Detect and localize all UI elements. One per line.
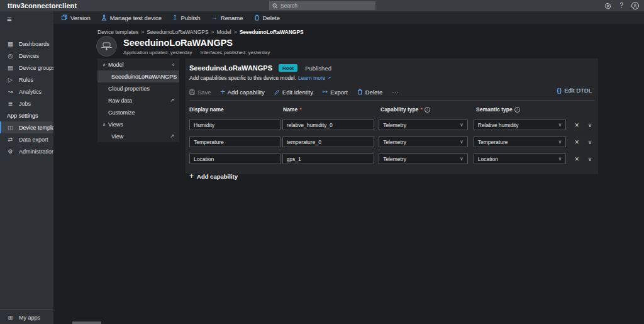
sidebar-item-dashboards[interactable]: ▦ Dashboards xyxy=(0,38,53,50)
search-input[interactable] xyxy=(280,3,362,9)
semantic-type-value: Location xyxy=(478,156,498,162)
delete-device-button[interactable]: Delete xyxy=(254,14,280,21)
add-capability-toolbar-label: Add capability xyxy=(228,89,265,96)
chevron-down-icon: ∨ xyxy=(558,122,562,128)
name-input[interactable] xyxy=(282,120,375,130)
breadcrumb-device-templates[interactable]: Device templates xyxy=(97,29,138,35)
header-capability-type: Capability type * i xyxy=(380,106,470,113)
nav-item-cloud-properties-label: Cloud properties xyxy=(108,86,150,92)
display-name-input[interactable] xyxy=(189,137,280,147)
expand-row-icon[interactable]: ∨ xyxy=(586,122,594,128)
sidebar-item-devices[interactable]: ◎ Devices xyxy=(0,50,53,62)
collapse-panel-icon[interactable]: ‹ xyxy=(172,61,174,68)
sidebar-item-my-apps[interactable]: ⊞ My apps xyxy=(0,311,53,324)
breadcrumb-template[interactable]: SeeeduinoLoRaWANGPS xyxy=(147,29,208,35)
open-external-icon[interactable]: ↗ xyxy=(170,133,174,139)
panel-title-row: SeeeduinoLoRaWANGPS Root Published xyxy=(189,64,594,72)
sidebar-label-devices: Devices xyxy=(19,53,39,59)
required-marker: * xyxy=(420,106,422,113)
account-icon[interactable] xyxy=(631,2,639,9)
required-marker: * xyxy=(299,106,301,113)
nav-item-raw-data[interactable]: Raw data ↗ xyxy=(97,94,179,106)
remove-row-icon[interactable]: × xyxy=(572,138,581,146)
rename-label: Rename xyxy=(221,14,243,21)
add-capability-bottom-button[interactable]: + Add capability xyxy=(189,172,594,180)
dashboards-icon: ▦ xyxy=(7,40,14,47)
sidebar-item-data-export[interactable]: ⇄ Data export xyxy=(0,133,53,145)
capability-table-header: Display name Name * Capability type * i … xyxy=(189,106,594,113)
learn-more-link[interactable]: Learn more xyxy=(298,75,325,81)
horizontal-scrollbar-thumb[interactable] xyxy=(72,321,101,324)
settings-gear-icon[interactable] xyxy=(604,3,611,9)
publish-label: Publish xyxy=(180,14,200,21)
capability-type-select[interactable]: Telemetry ∨ xyxy=(379,137,468,147)
sidebar-label-data-export: Data export xyxy=(19,137,48,143)
display-name-input[interactable] xyxy=(189,154,280,164)
edit-identity-button[interactable]: Edit identity xyxy=(274,89,313,96)
name-input[interactable] xyxy=(282,154,375,164)
beaker-icon xyxy=(101,14,107,21)
capability-type-value: Telemetry xyxy=(383,139,406,145)
sidebar-item-rules[interactable]: ▷ Rules xyxy=(0,74,53,86)
semantic-type-select[interactable]: Temperature ∨ xyxy=(474,137,567,147)
info-icon[interactable]: i xyxy=(425,107,430,113)
devices-icon: ◎ xyxy=(7,52,14,59)
nav-item-cloud-properties[interactable]: Cloud properties xyxy=(97,82,179,94)
expand-row-icon[interactable]: ∨ xyxy=(586,139,594,145)
capability-type-select[interactable]: Telemetry ∨ xyxy=(379,120,468,130)
hamburger-menu-icon[interactable]: ≡ xyxy=(0,11,53,26)
breadcrumb-model[interactable]: Model xyxy=(217,29,231,35)
breadcrumb-current: SeeeduinoLoRaWANGPS xyxy=(240,29,304,35)
remove-row-icon[interactable]: × xyxy=(572,121,581,129)
info-icon[interactable]: i xyxy=(514,107,520,113)
nav-item-view[interactable]: View ↗ xyxy=(97,130,179,142)
manage-test-device-button[interactable]: Manage test device xyxy=(101,14,162,21)
delete-capability-button[interactable]: Delete xyxy=(357,89,382,96)
manage-test-device-label: Manage test device xyxy=(110,14,162,21)
meta-application-updated: Application updated: yesterday xyxy=(123,50,192,55)
device-templates-icon: ◫ xyxy=(7,124,14,131)
version-button[interactable]: Version xyxy=(61,14,91,21)
display-name-input[interactable] xyxy=(189,120,280,130)
global-search[interactable] xyxy=(269,1,375,10)
remove-row-icon[interactable]: × xyxy=(572,155,581,163)
publish-button[interactable]: ↥ Publish xyxy=(172,14,201,21)
sidebar-section-app-settings: App settings xyxy=(0,109,53,121)
sidebar-item-jobs[interactable]: ≣ Jobs xyxy=(0,98,53,109)
braces-icon: { } xyxy=(557,87,561,94)
delete-device-label: Delete xyxy=(263,14,280,21)
help-icon[interactable]: ? xyxy=(619,3,623,9)
header-name: Name * xyxy=(283,106,376,113)
nav-group-model[interactable]: ∧ Model ‹ xyxy=(97,59,179,70)
nav-item-customize[interactable]: Customize xyxy=(97,106,179,118)
save-button[interactable]: Save xyxy=(189,89,211,96)
semantic-type-select[interactable]: Location ∨ xyxy=(474,154,567,164)
semantic-type-select[interactable]: Relative humidity ∨ xyxy=(474,120,567,130)
edit-dtdl-label: Edit DTDL xyxy=(564,87,592,94)
device-icon xyxy=(101,42,112,51)
trash-icon xyxy=(357,89,363,95)
open-external-icon[interactable]: ↗ xyxy=(170,98,174,103)
name-input[interactable] xyxy=(282,137,375,147)
panel-toolbar: Save + Add capability Edit identity ↦ Ex… xyxy=(189,87,594,97)
capability-type-value: Telemetry xyxy=(383,156,406,162)
nav-group-views[interactable]: ∧ Views xyxy=(97,118,179,130)
export-button[interactable]: ↦ Export xyxy=(323,89,348,96)
rename-button[interactable]: → Rename xyxy=(211,14,243,21)
nav-item-model-root[interactable]: SeeeduinoLoRaWANGPS xyxy=(97,70,179,82)
sidebar-item-analytics[interactable]: ↝ Analytics xyxy=(0,86,53,98)
version-label: Version xyxy=(70,14,91,21)
chevron-up-icon: ∧ xyxy=(103,62,108,67)
edit-dtdl-button[interactable]: { } Edit DTDL xyxy=(557,87,592,94)
breadcrumb-separator: > xyxy=(211,29,214,35)
sidebar-item-device-templates[interactable]: ◫ Device templates xyxy=(0,121,53,133)
add-capability-button[interactable]: + Add capability xyxy=(221,88,265,96)
sidebar-item-administration[interactable]: ⚙ Administration xyxy=(0,145,53,157)
sidebar-item-device-groups[interactable]: ▤ Device groups xyxy=(0,62,53,74)
rename-icon: → xyxy=(211,14,218,21)
my-apps-icon: ⊞ xyxy=(7,314,14,321)
capability-type-select[interactable]: Telemetry ∨ xyxy=(379,154,468,164)
more-actions-icon[interactable]: ⋯ xyxy=(392,88,399,96)
expand-row-icon[interactable]: ∨ xyxy=(586,156,594,162)
device-groups-icon: ▤ xyxy=(7,64,14,71)
